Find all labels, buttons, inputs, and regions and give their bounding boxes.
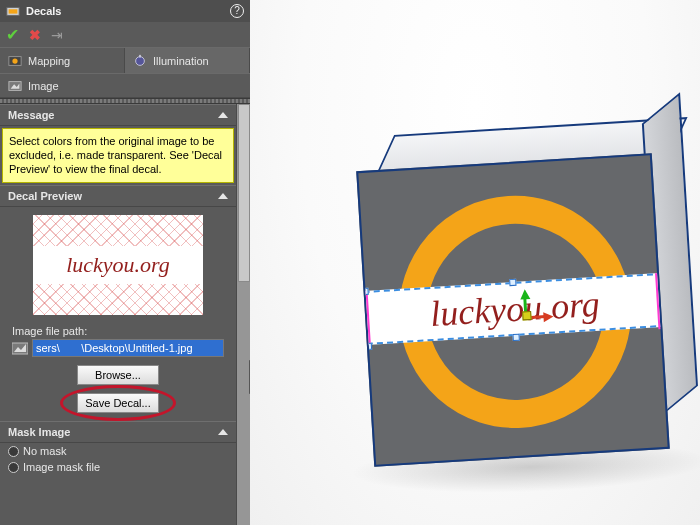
panel-title: Decals: [26, 5, 224, 17]
chevron-up-icon: [218, 112, 228, 118]
section-message-header[interactable]: Message: [0, 104, 236, 126]
svg-point-3: [12, 58, 17, 63]
resize-handle[interactable]: [361, 288, 368, 295]
browse-button[interactable]: Browse...: [77, 365, 159, 385]
pin-icon[interactable]: ⇥: [51, 27, 63, 43]
scrollbar-thumb[interactable]: [238, 104, 250, 282]
tab-row: Mapping Illumination: [0, 48, 250, 74]
image-subtab[interactable]: Image: [0, 74, 250, 98]
gizmo-x-arrow[interactable]: [543, 312, 554, 323]
section-mask-header[interactable]: Mask Image: [0, 421, 236, 443]
vertical-scrollbar[interactable]: [236, 104, 250, 525]
ok-icon[interactable]: ✔: [6, 25, 19, 44]
chevron-up-icon: [218, 193, 228, 199]
image-file-icon: [12, 341, 28, 355]
image-icon: [8, 79, 22, 93]
viewport[interactable]: luckyou.org: [250, 0, 700, 525]
mask-option-none[interactable]: No mask: [0, 443, 236, 459]
tab-illumination-label: Illumination: [153, 55, 209, 67]
action-row: ✔ ✖ ⇥: [0, 22, 250, 48]
tab-illumination[interactable]: Illumination: [125, 48, 250, 73]
section-preview-header[interactable]: Decal Preview: [0, 185, 236, 207]
section-message-title: Message: [8, 109, 54, 121]
resize-handle[interactable]: [512, 334, 519, 341]
path-label: Image file path:: [12, 325, 224, 337]
mask-option-file[interactable]: Image mask file: [0, 459, 236, 475]
decal-preview-image: luckyou.org: [33, 215, 203, 315]
cube-face-front: luckyou.org: [356, 153, 670, 467]
cube[interactable]: luckyou.org: [356, 153, 670, 467]
mask-option-none-label: No mask: [23, 445, 66, 457]
move-gizmo[interactable]: [510, 289, 536, 330]
panel-header: Decals ?: [0, 0, 250, 22]
gizmo-origin[interactable]: [522, 311, 532, 321]
image-subtab-label: Image: [28, 80, 59, 92]
preview-area: luckyou.org Image file path: Browse... S…: [0, 207, 236, 421]
image-path-input[interactable]: [32, 339, 224, 357]
radio-icon: [8, 446, 19, 457]
scroll-area: Message Select colors from the original …: [0, 104, 250, 525]
mapping-icon: [8, 54, 22, 68]
path-row: [8, 339, 228, 357]
resize-handle[interactable]: [365, 343, 372, 350]
cancel-icon[interactable]: ✖: [29, 27, 41, 43]
svg-point-4: [136, 56, 145, 65]
message-body: Select colors from the original image to…: [2, 128, 234, 183]
save-decal-label: Save Decal...: [85, 397, 150, 409]
illumination-icon: [133, 54, 147, 68]
decal-preview-text: luckyou.org: [33, 246, 203, 284]
section-preview-title: Decal Preview: [8, 190, 82, 202]
decals-panel: Decals ? ✔ ✖ ⇥ Mapping Illumination Ima: [0, 0, 250, 525]
help-icon[interactable]: ?: [230, 4, 244, 18]
tab-mapping[interactable]: Mapping: [0, 48, 125, 73]
mask-option-file-label: Image mask file: [23, 461, 100, 473]
section-mask-title: Mask Image: [8, 426, 70, 438]
tab-mapping-label: Mapping: [28, 55, 70, 67]
scroll-content: Message Select colors from the original …: [0, 104, 236, 525]
save-decal-button[interactable]: Save Decal...: [77, 393, 159, 413]
decal-icon: [6, 4, 20, 18]
svg-rect-1: [9, 9, 18, 13]
chevron-up-icon: [218, 429, 228, 435]
gizmo-y-arrow[interactable]: [520, 289, 531, 300]
resize-handle[interactable]: [509, 279, 516, 286]
svg-rect-5: [139, 54, 141, 57]
radio-icon: [8, 462, 19, 473]
